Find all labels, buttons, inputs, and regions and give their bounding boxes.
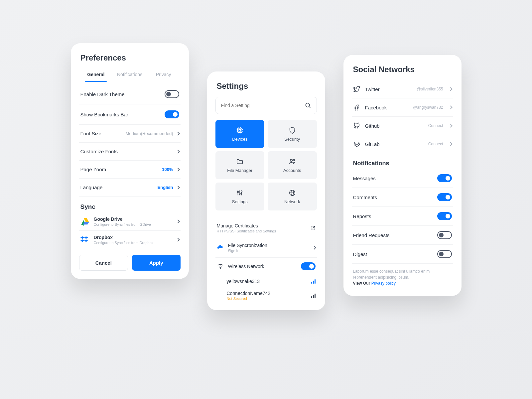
toggle-wireless[interactable]: [301, 262, 316, 270]
dropbox-title: Dropbox: [94, 235, 171, 240]
gitlab-val: Connect: [428, 142, 443, 146]
social-title: Social Networks: [352, 65, 453, 74]
toggle-digest[interactable]: [437, 250, 452, 258]
tile-file-manager[interactable]: File Manager: [215, 151, 265, 179]
sync-dropbox[interactable]: Dropbox Configure to Sync files from Dro…: [79, 231, 181, 249]
notif-messages: Messages: [352, 169, 453, 188]
row-page-zoom[interactable]: Page Zoom 100%: [79, 161, 181, 179]
chevron-right-icon: [176, 238, 180, 241]
net1-name: yellowsnake313: [227, 279, 311, 284]
sync-google-drive[interactable]: Google Drive Configure to Sync files fro…: [79, 212, 181, 231]
dropbox-sub: Configure to Sync files from Dropbox: [94, 241, 171, 245]
privacy-link[interactable]: Privasy policy: [371, 281, 396, 286]
notif-friend-requests: Friend Requests: [352, 226, 453, 245]
preferences-title: Preferences: [79, 53, 181, 63]
tile-network-label: Network: [284, 199, 300, 204]
tile-settings[interactable]: Settings: [215, 183, 265, 210]
svg-point-12: [290, 159, 292, 161]
row-certificates[interactable]: Manage Certificates HTTPS/SSI Sertificat…: [215, 218, 317, 238]
net2-name: ConnectionName742: [227, 291, 311, 296]
signal-icon: [311, 279, 316, 284]
row-dark-theme: Enable Dark Theme: [79, 84, 181, 104]
filesync-sub: Sign In: [228, 249, 308, 253]
row-language[interactable]: Language English: [79, 179, 181, 197]
sync-header: Sync: [79, 197, 181, 212]
social-gitlab[interactable]: GitLab Connect: [352, 135, 453, 153]
toggle-bookmarks-bar[interactable]: [165, 110, 179, 118]
cancel-button[interactable]: Cancel: [79, 255, 128, 271]
row-bookmarks-bar: Show Bookmarks Bar: [79, 104, 181, 125]
cert-sub: HTTPS/SSI Sertificates and Settings: [217, 229, 306, 233]
settings-search[interactable]: [215, 97, 317, 114]
toggle-reposts[interactable]: [437, 212, 452, 220]
github-val: Connect: [428, 123, 443, 128]
facebook-val: @angryswan732: [413, 105, 443, 110]
label-friend-requests: Friend Requests: [353, 232, 390, 238]
search-input[interactable]: [221, 103, 305, 108]
network-2[interactable]: ConnectionName742 Not Secured: [215, 287, 317, 302]
facebook-name: Facebook: [365, 105, 409, 110]
tab-privacy[interactable]: Privacy: [147, 68, 181, 82]
tile-network[interactable]: Network: [268, 183, 317, 210]
tile-security[interactable]: Security: [268, 120, 317, 148]
toggle-friend-requests[interactable]: [437, 231, 452, 239]
value-font-size: Medium(Recommended): [125, 131, 173, 136]
tab-notifications[interactable]: Notifications: [113, 68, 147, 82]
google-drive-icon: [80, 217, 90, 226]
toggle-comments[interactable]: [437, 193, 452, 201]
social-github[interactable]: Github Connect: [352, 117, 453, 135]
tile-accounts[interactable]: Accounts: [268, 151, 317, 179]
svg-line-1: [309, 106, 310, 108]
svg-point-18: [239, 193, 240, 194]
row-customize-fonts[interactable]: Customize Fonts: [79, 143, 181, 161]
wifi-title: Wireless Network: [228, 264, 297, 269]
svg-rect-3: [239, 129, 241, 131]
cert-title: Manage Certificates: [217, 223, 306, 228]
gdrive-sub: Configure to Sync files from GDrive: [94, 222, 171, 226]
search-icon: [305, 102, 311, 109]
chevron-right-icon: [176, 132, 180, 135]
svg-point-19: [241, 191, 242, 192]
row-file-sync[interactable]: File Syncronization Sign In: [215, 238, 317, 258]
chevron-right-icon: [449, 105, 452, 109]
apply-button[interactable]: Apply: [132, 255, 181, 271]
label-digest: Digest: [353, 251, 367, 257]
label-reposts: Reposts: [353, 213, 371, 219]
chevron-right-icon: [449, 87, 452, 91]
svg-rect-2: [238, 128, 242, 132]
tab-general[interactable]: General: [79, 68, 113, 82]
tile-devices[interactable]: Devices: [215, 120, 265, 148]
social-twitter[interactable]: Twitter @silverlion355: [352, 80, 453, 98]
dropbox-icon: [80, 235, 90, 244]
social-facebook[interactable]: Facebook @angryswan732: [352, 98, 453, 117]
notif-reposts: Reposts: [352, 207, 453, 226]
chevron-right-icon: [312, 246, 316, 249]
gitlab-icon: [353, 140, 360, 148]
tile-files-label: File Manager: [227, 168, 252, 173]
github-icon: [353, 122, 360, 129]
github-name: Github: [365, 123, 424, 129]
facebook-icon: [353, 104, 360, 111]
preferences-panel: Preferences General Notifications Privac…: [71, 43, 189, 279]
tile-security-label: Security: [284, 137, 300, 142]
chevron-right-icon: [176, 168, 180, 171]
chevron-right-icon: [176, 186, 180, 189]
tile-devices-label: Devices: [232, 137, 247, 142]
svg-point-23: [220, 268, 221, 269]
footer-cta: View Our: [353, 281, 371, 286]
toggle-messages[interactable]: [437, 174, 452, 182]
net2-sub: Not Secured: [227, 297, 311, 301]
label-messages: Messages: [353, 176, 376, 181]
label-bookmarks-bar: Show Bookmarks Bar: [80, 112, 128, 117]
row-wireless: Wireless Network: [215, 258, 317, 275]
label-language: Language: [80, 185, 103, 190]
row-font-size[interactable]: Font Size Medium(Recommended): [79, 125, 181, 143]
notifications-header: Notifications: [352, 153, 453, 169]
filesync-title: File Syncronization: [228, 243, 308, 248]
preferences-tabs: General Notifications Privacy: [79, 68, 181, 82]
settings-title: Settings: [215, 81, 317, 91]
network-1[interactable]: yellowsnake313: [215, 275, 317, 287]
wifi-icon: [217, 263, 224, 270]
toggle-dark-theme[interactable]: [165, 90, 179, 98]
external-link-icon: [310, 225, 316, 231]
